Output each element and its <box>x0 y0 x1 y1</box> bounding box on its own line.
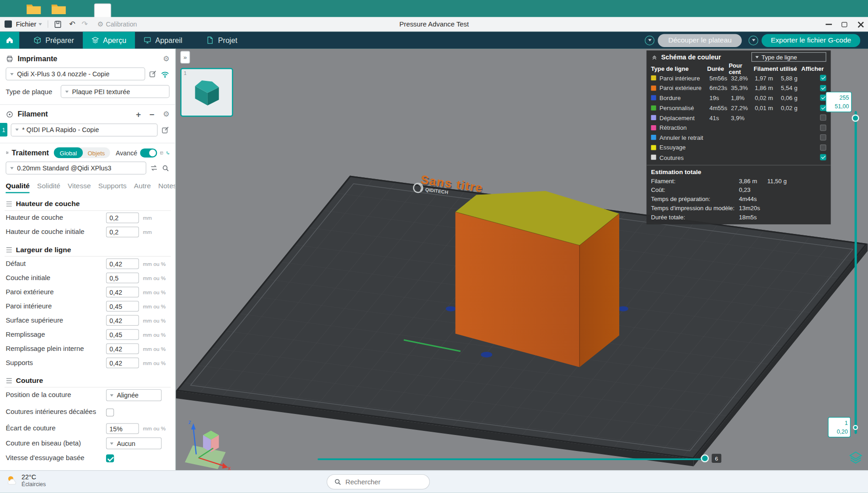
setting-input[interactable] <box>106 301 139 312</box>
weather-condition: Éclaircies <box>21 481 46 488</box>
calibration-menu[interactable]: Calibration <box>106 21 137 27</box>
chevron-down-icon <box>110 442 113 445</box>
setting-input[interactable] <box>106 343 139 354</box>
tab-strength[interactable]: Solidité <box>37 182 60 193</box>
view-type-select[interactable]: Type de ligne <box>751 52 826 62</box>
line-type-visibility-checkbox[interactable] <box>820 154 826 161</box>
file-menu[interactable]: Fichier <box>16 20 37 28</box>
setting-input[interactable] <box>106 315 139 326</box>
setting-row: Vitesse d'essuyage basée <box>0 451 175 465</box>
tab-prepare[interactable]: Préparer <box>25 32 83 48</box>
export-options-dropdown[interactable] <box>749 36 758 45</box>
search-parameters-icon[interactable] <box>161 164 169 172</box>
plate-type-select[interactable]: Plaque PEI texturée <box>61 85 170 98</box>
collapse-panel-icon[interactable] <box>651 53 658 60</box>
search-input[interactable] <box>345 478 419 486</box>
total-value: 3,86 m <box>739 177 767 184</box>
setting-unit: mm ou % <box>143 275 166 281</box>
printer-connection-wifi-icon[interactable] <box>161 70 170 78</box>
add-filament-button[interactable]: + <box>136 110 141 119</box>
tab-project[interactable]: Projet <box>198 32 246 48</box>
minimize-button[interactable] <box>820 17 836 32</box>
setting-input[interactable] <box>106 212 139 223</box>
layer-slider[interactable] <box>855 111 857 434</box>
desktop-folder-icon[interactable] <box>26 2 41 15</box>
setting-input[interactable] <box>106 423 139 434</box>
tab-other[interactable]: Autre <box>134 182 151 193</box>
filament-slot-badge[interactable]: 1 <box>0 123 7 137</box>
group-icon <box>5 201 12 207</box>
orientation-gizmo[interactable]: x z <box>185 419 231 471</box>
move-slider-handle[interactable] <box>701 454 709 462</box>
weather-widget[interactable]: 22°C Éclaircies <box>5 473 46 488</box>
printer-settings-gear-icon[interactable]: ⚙ <box>163 55 169 62</box>
calibration-gear-icon[interactable]: ⚙ <box>97 21 103 27</box>
file-menu-caret-icon[interactable] <box>38 23 42 25</box>
setting-input[interactable] <box>106 286 139 297</box>
tab-supports[interactable]: Supports <box>98 182 127 193</box>
export-gcode-button[interactable]: Exporter le fichier G-code <box>762 34 860 47</box>
staggered-seams-checkbox[interactable] <box>106 408 114 416</box>
background-window[interactable] <box>94 3 111 18</box>
layer-slider-top-handle[interactable] <box>852 114 859 122</box>
maximize-button[interactable] <box>836 17 852 32</box>
home-button[interactable] <box>0 32 19 48</box>
filament-select[interactable]: * QIDI PLA Rapido - Copie <box>11 123 158 137</box>
filament-settings-gear-icon[interactable]: ⚙ <box>163 111 169 118</box>
legend-row: Rétraction <box>647 122 831 133</box>
color-scheme-panel: Schéma de couleur Type de ligne Type de … <box>647 50 831 224</box>
line-type-swatch <box>651 105 656 110</box>
setting-input[interactable] <box>106 227 139 238</box>
line-type-visibility-checkbox[interactable] <box>820 134 826 141</box>
tab-quality[interactable]: Qualité <box>5 182 30 193</box>
wipe-speed-checkbox[interactable] <box>106 454 114 462</box>
setting-input[interactable] <box>106 272 139 283</box>
close-button[interactable] <box>852 17 868 32</box>
parameter-table-icon[interactable] <box>160 149 163 157</box>
tab-notes[interactable]: Notes <box>158 182 176 193</box>
setting-input[interactable] <box>106 357 139 368</box>
taskbar-search[interactable] <box>327 474 430 489</box>
tab-speed[interactable]: Vitesse <box>68 182 91 193</box>
line-type-visibility-checkbox[interactable] <box>820 85 826 91</box>
setting-row: Hauteur de couche mm <box>0 211 175 225</box>
scope-objects-button[interactable]: Objets <box>83 149 110 156</box>
desktop-folder-icon[interactable] <box>51 2 66 15</box>
seam-position-select[interactable]: Alignée <box>106 389 162 401</box>
slice-plate-button[interactable]: Découper le plateau <box>658 34 742 47</box>
line-type-visibility-checkbox[interactable] <box>820 144 826 151</box>
slice-options-dropdown[interactable] <box>645 36 654 45</box>
process-flow-icon[interactable] <box>166 149 169 157</box>
layers-view-button[interactable] <box>848 451 863 465</box>
undo-icon[interactable]: ↶ <box>69 20 75 28</box>
line-type-label: Coutures <box>659 154 709 161</box>
viewport-3d[interactable]: QIDITECH Sans titre Sans titre <box>176 49 868 471</box>
totals-row: Coût:0,23 <box>647 185 831 194</box>
tab-label: Projet <box>218 36 237 45</box>
edit-filament-icon[interactable] <box>161 126 170 134</box>
scope-global-button[interactable]: Global <box>54 147 82 158</box>
remove-filament-button[interactable]: − <box>150 110 155 119</box>
setting-input[interactable] <box>106 329 139 340</box>
line-type-duration: 4m55s <box>709 104 731 111</box>
setting-input[interactable] <box>106 258 139 269</box>
plate-type-value: Plaque PEI texturée <box>72 88 130 95</box>
plate-thumbnail[interactable]: 1 <box>180 68 233 117</box>
scarf-seam-select[interactable]: Aucun <box>106 437 162 449</box>
tab-device[interactable]: Appareil <box>135 32 191 48</box>
layer-slider-bottom-handle[interactable] <box>853 425 858 430</box>
redo-icon[interactable]: ↷ <box>81 20 88 28</box>
line-type-visibility-checkbox[interactable] <box>820 75 826 81</box>
line-type-visibility-checkbox[interactable] <box>820 124 826 131</box>
chevron-down-icon <box>752 39 755 42</box>
printer-select[interactable]: Qidi X-Plus 3 0.4 nozzle - Copie <box>5 68 145 81</box>
compare-presets-icon[interactable] <box>150 164 158 172</box>
save-project-icon[interactable] <box>54 20 62 28</box>
tab-preview[interactable]: Aperçu <box>83 32 135 48</box>
collapse-sidebar-button[interactable]: » <box>180 51 190 64</box>
edit-printer-icon[interactable] <box>149 70 157 79</box>
advanced-toggle[interactable] <box>140 148 157 157</box>
move-slider[interactable] <box>317 458 709 460</box>
process-preset-select[interactable]: 0.20mm Standard @Qidi XPlus3 <box>5 161 146 175</box>
line-type-visibility-checkbox[interactable] <box>820 115 826 121</box>
